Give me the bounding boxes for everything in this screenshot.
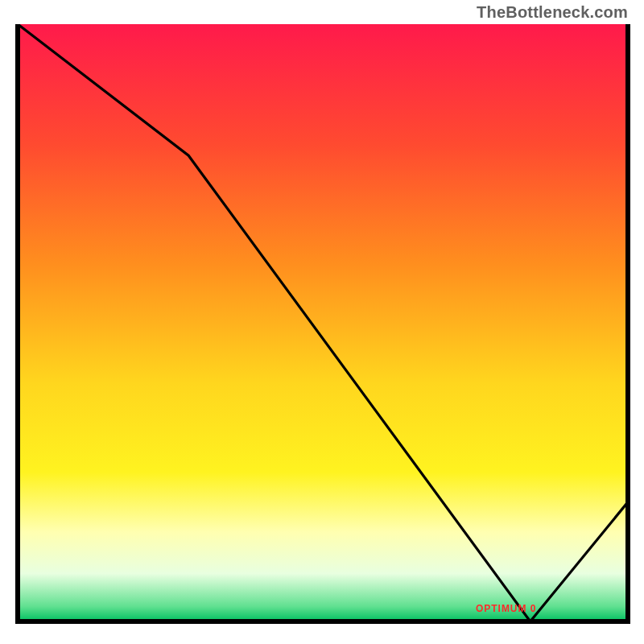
optimum-band-label: OPTIMUM 0: [476, 603, 537, 614]
bottleneck-curve-chart: OPTIMUM 0: [0, 0, 644, 644]
chart-container: TheBottleneck.com OPTIMUM 0: [0, 0, 644, 644]
heat-gradient-background: [18, 24, 628, 621]
